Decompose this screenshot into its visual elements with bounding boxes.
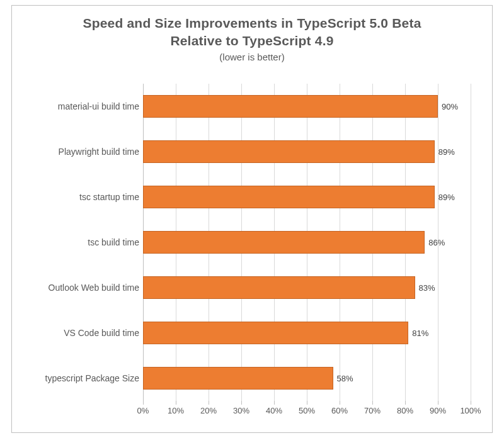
bar bbox=[143, 322, 408, 344]
x-axis-tick-label: 10% bbox=[168, 406, 184, 415]
x-axis-tick bbox=[340, 401, 340, 405]
bar-value-label: 83% bbox=[419, 283, 435, 293]
category-label: material-ui build time bbox=[58, 101, 139, 111]
bar bbox=[143, 186, 435, 208]
x-axis-tick-label: 70% bbox=[364, 406, 381, 415]
category-label: tsc startup time bbox=[79, 192, 139, 202]
x-axis-tick bbox=[438, 401, 438, 405]
x-axis-tick bbox=[143, 401, 144, 405]
bar-value-label: 86% bbox=[428, 238, 445, 247]
x-axis-tick-label: 90% bbox=[430, 406, 446, 415]
plot-area: 0%10%20%30%40%50%60%70%80%90%100%90%89%8… bbox=[143, 84, 471, 401]
x-axis-tick-label: 40% bbox=[266, 406, 282, 415]
bar-value-label: 89% bbox=[438, 147, 455, 157]
x-axis-tick-label: 80% bbox=[397, 406, 413, 415]
x-axis-tick bbox=[307, 401, 307, 405]
x-axis-tick bbox=[405, 401, 406, 405]
bar-value-label: 89% bbox=[438, 193, 455, 202]
x-axis-tick bbox=[372, 401, 373, 405]
gridline bbox=[471, 84, 471, 401]
x-axis-tick bbox=[471, 401, 471, 405]
category-label: typescript Package Size bbox=[45, 373, 139, 383]
category-label: tsc build time bbox=[88, 237, 139, 247]
category-label: Outlook Web build time bbox=[49, 283, 139, 293]
x-axis-tick bbox=[176, 401, 176, 405]
category-label: VS Code build time bbox=[64, 328, 139, 338]
x-axis-tick bbox=[274, 401, 275, 405]
bar bbox=[143, 140, 435, 163]
x-axis-tick bbox=[241, 401, 242, 405]
chart-subtitle: (lower is better) bbox=[12, 52, 492, 62]
x-axis-tick-label: 60% bbox=[331, 406, 348, 415]
x-axis-tick bbox=[209, 401, 209, 405]
bar-value-label: 58% bbox=[337, 374, 353, 383]
chart-title-line2: Relative to TypeScript 4.9 bbox=[12, 32, 492, 50]
bar-value-label: 90% bbox=[442, 102, 458, 111]
category-label: Playwright build time bbox=[59, 147, 139, 157]
chart-title-line1: Speed and Size Improvements in TypeScrip… bbox=[12, 14, 492, 32]
bar bbox=[143, 231, 425, 254]
x-axis-tick-label: 100% bbox=[460, 406, 481, 415]
bar bbox=[143, 95, 438, 118]
x-axis-tick-label: 20% bbox=[200, 406, 217, 415]
x-axis-tick-label: 50% bbox=[299, 406, 315, 415]
bar bbox=[143, 276, 415, 299]
bar bbox=[143, 367, 333, 390]
chart-title-area: Speed and Size Improvements in TypeScrip… bbox=[12, 6, 492, 62]
x-axis-tick-label: 30% bbox=[233, 406, 249, 415]
bar-value-label: 81% bbox=[412, 328, 428, 338]
chart-container: Speed and Size Improvements in TypeScrip… bbox=[11, 5, 493, 433]
x-axis-tick-label: 0% bbox=[137, 406, 149, 415]
